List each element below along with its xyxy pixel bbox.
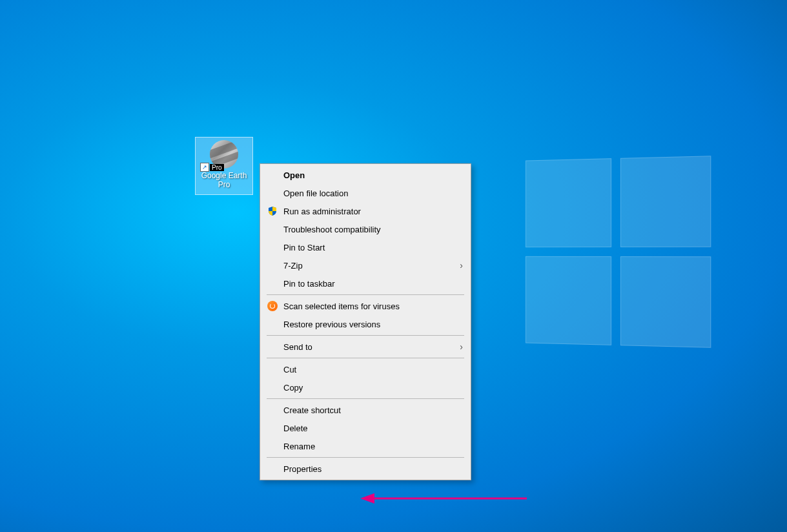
menu-item-label: Scan selected items for viruses (283, 302, 400, 311)
menu-item-restore-previous-versions[interactable]: Restore previous versions (261, 315, 469, 333)
menu-item-scan-viruses[interactable]: Scan selected items for viruses (261, 297, 469, 315)
scan-icon (267, 300, 278, 312)
menu-item-open[interactable]: Open (261, 166, 469, 184)
menu-item-label: Open (283, 170, 305, 180)
menu-separator (267, 358, 464, 358)
menu-item-label: Copy (283, 383, 303, 393)
shortcut-badge-overlay: ↗ Pro (200, 163, 224, 172)
menu-item-create-shortcut[interactable]: Create shortcut (261, 401, 469, 419)
menu-item-label: Open file location (283, 189, 348, 198)
menu-item-label: Rename (283, 442, 315, 451)
menu-item-label: Troubleshoot compatibility (283, 225, 381, 234)
menu-item-label: Send to (283, 342, 312, 352)
menu-item-send-to[interactable]: Send to › (261, 338, 469, 356)
menu-item-7zip[interactable]: 7-Zip › (261, 256, 469, 274)
menu-item-open-file-location[interactable]: Open file location (261, 184, 469, 202)
menu-item-label: Restore previous versions (283, 320, 380, 329)
menu-item-properties[interactable]: Properties (261, 460, 469, 478)
menu-item-copy[interactable]: Copy (261, 378, 469, 396)
menu-separator (267, 457, 464, 458)
menu-item-label: Pin to Start (283, 243, 325, 252)
menu-item-label: 7-Zip (283, 261, 303, 271)
menu-item-rename[interactable]: Rename (261, 437, 469, 455)
chevron-right-icon: › (460, 260, 463, 271)
menu-item-delete[interactable]: Delete (261, 419, 469, 437)
menu-item-run-as-administrator[interactable]: Run as administrator (261, 202, 469, 220)
menu-item-label: Delete (283, 424, 308, 433)
menu-item-pin-to-taskbar[interactable]: Pin to taskbar (261, 274, 469, 292)
chevron-right-icon: › (460, 342, 463, 352)
menu-item-label: Properties (283, 464, 322, 474)
windows-logo (526, 156, 711, 348)
menu-separator (267, 294, 464, 295)
svg-marker-1 (360, 493, 374, 504)
shortcut-arrow-icon: ↗ (200, 163, 209, 172)
menu-item-label: Pin to taskbar (283, 279, 335, 289)
menu-separator (267, 398, 464, 399)
menu-item-pin-to-start[interactable]: Pin to Start (261, 238, 469, 256)
pro-badge: Pro (210, 164, 224, 171)
menu-separator (267, 335, 464, 336)
annotation-arrow (360, 493, 528, 504)
menu-item-label: Run as administrator (283, 207, 361, 216)
context-menu: Open Open file location Run as administr… (260, 163, 471, 480)
shield-icon (267, 205, 278, 217)
menu-item-cut[interactable]: Cut (261, 360, 469, 378)
desktop-icon-label: Google Earth Pro (196, 171, 252, 190)
menu-item-troubleshoot-compatibility[interactable]: Troubleshoot compatibility (261, 220, 469, 238)
menu-item-label: Create shortcut (283, 405, 341, 415)
menu-item-label: Cut (283, 365, 296, 374)
